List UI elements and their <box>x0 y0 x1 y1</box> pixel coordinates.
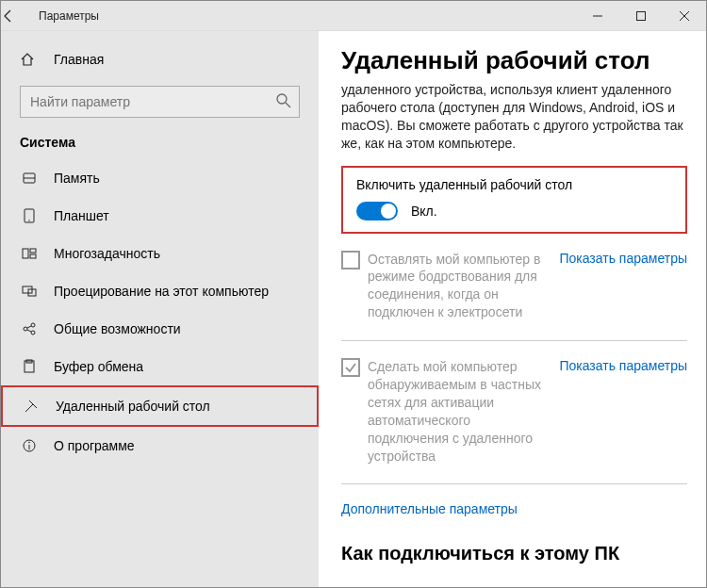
nav-label: Буфер обмена <box>54 359 143 374</box>
nav-clipboard[interactable]: Буфер обмена <box>1 348 319 385</box>
toggle-state-label: Вкл. <box>411 204 437 219</box>
nav-label: Общие возможности <box>54 321 181 336</box>
svg-rect-10 <box>23 249 28 258</box>
option-text: Оставлять мой компьютер в режиме бодрств… <box>368 251 547 322</box>
settings-window: Параметры Главная Систе <box>0 0 707 588</box>
sidebar-nav: Память Планшет Многозадачность Проециров… <box>1 159 319 587</box>
svg-point-17 <box>31 331 35 335</box>
remote-desktop-icon <box>22 399 41 414</box>
share-icon <box>20 321 39 336</box>
nav-label: Проецирование на этот компьютер <box>54 284 269 299</box>
svg-line-5 <box>286 103 290 107</box>
sidebar: Главная Система Память Планшет <box>1 31 319 587</box>
nav-label: Удаленный рабочий стол <box>56 399 210 414</box>
svg-line-22 <box>25 404 33 412</box>
about-icon <box>20 438 39 453</box>
show-params-link-2[interactable]: Показать параметры <box>559 358 687 373</box>
divider <box>341 483 687 484</box>
close-button[interactable] <box>663 1 706 31</box>
show-params-link-1[interactable]: Показать параметры <box>559 251 687 266</box>
page-description: удаленного устройства, используя клиент … <box>341 81 687 153</box>
nav-label: Планшет <box>54 208 109 223</box>
divider <box>341 340 687 341</box>
svg-rect-12 <box>30 254 36 258</box>
advanced-settings-link[interactable]: Дополнительные параметры <box>341 501 687 516</box>
nav-about[interactable]: О программе <box>1 427 319 465</box>
nav-remote-desktop[interactable]: Удаленный рабочий стол <box>1 385 319 427</box>
remote-toggle[interactable] <box>356 202 398 220</box>
search-icon <box>275 92 292 109</box>
nav-memory[interactable]: Память <box>1 159 319 197</box>
clipboard-icon <box>20 359 39 374</box>
option-keep-awake: Оставлять мой компьютер в режиме бодрств… <box>341 251 687 322</box>
nav-label: О программе <box>54 438 135 453</box>
toggle-title: Включить удаленный рабочий стол <box>356 177 672 192</box>
home-button[interactable]: Главная <box>1 44 319 74</box>
nav-tablet[interactable]: Планшет <box>1 197 319 235</box>
svg-line-18 <box>27 326 31 328</box>
minimize-button[interactable] <box>576 1 619 31</box>
svg-point-15 <box>24 327 27 331</box>
keep-awake-checkbox[interactable] <box>341 251 360 270</box>
home-icon <box>20 52 39 67</box>
nav-multitask[interactable]: Многозадачность <box>1 235 319 272</box>
storage-icon <box>20 171 39 186</box>
projection-icon <box>20 284 39 299</box>
subheading: Как подключиться к этому ПК <box>341 543 687 564</box>
nav-label: Многозадачность <box>54 246 160 261</box>
nav-label: Память <box>54 171 100 186</box>
option-discoverable: Сделать мой компьютер обнаруживаемым в ч… <box>341 358 687 465</box>
svg-rect-1 <box>637 11 646 20</box>
nav-projection[interactable]: Проецирование на этот компьютер <box>1 272 319 310</box>
window-title: Параметры <box>39 9 99 23</box>
svg-point-9 <box>28 220 29 220</box>
discoverable-checkbox[interactable] <box>341 358 360 377</box>
content-pane: Удаленный рабочий стол удаленного устрой… <box>319 31 706 587</box>
multitask-icon <box>20 246 39 261</box>
svg-point-26 <box>28 442 30 444</box>
search-input[interactable] <box>20 86 300 118</box>
maximize-button[interactable] <box>619 1 663 31</box>
nav-shared[interactable]: Общие возможности <box>1 310 319 348</box>
tablet-icon <box>20 208 39 223</box>
enable-remote-block: Включить удаленный рабочий стол Вкл. <box>341 166 687 234</box>
titlebar: Параметры <box>1 1 706 31</box>
svg-point-4 <box>277 94 287 104</box>
option-text: Сделать мой компьютер обнаруживаемым в ч… <box>368 358 547 465</box>
page-title: Удаленный рабочий стол <box>341 46 687 75</box>
svg-line-19 <box>27 330 31 332</box>
category-label: Система <box>1 131 319 159</box>
svg-point-16 <box>31 323 35 327</box>
back-button[interactable] <box>1 8 39 24</box>
svg-rect-11 <box>30 249 36 253</box>
home-label: Главная <box>54 52 104 67</box>
